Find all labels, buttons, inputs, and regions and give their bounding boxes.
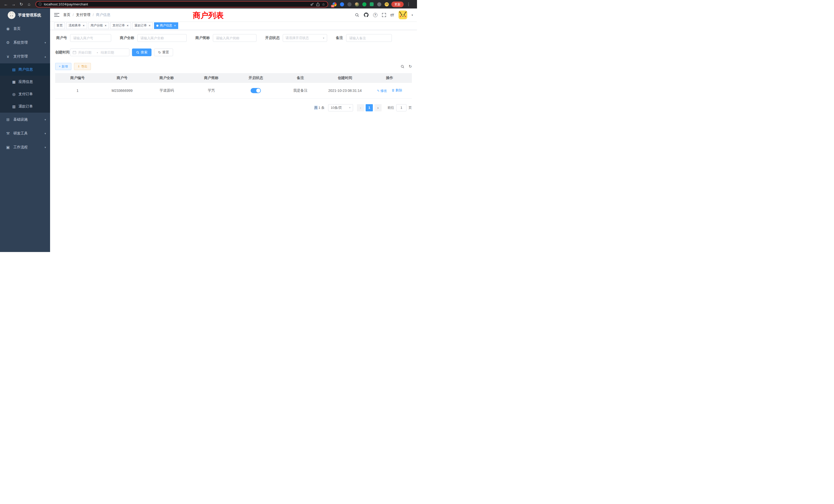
extension-dark-glyph bbox=[347, 2, 352, 6]
extension-avatar-icon[interactable] bbox=[353, 1, 360, 8]
extension-gray-glyph bbox=[377, 2, 381, 6]
chevron-up-icon: ▴ bbox=[44, 55, 46, 58]
extension-green-circle-icon[interactable] bbox=[360, 1, 368, 8]
extension-colorful-icon[interactable]: 10 bbox=[331, 1, 338, 8]
font-size-icon[interactable]: tT bbox=[391, 13, 394, 17]
caret-down-icon[interactable]: ▾ bbox=[412, 14, 413, 17]
pencil-icon: ✎ bbox=[377, 89, 379, 93]
breadcrumb-payment[interactable]: 支付管理 bbox=[76, 13, 90, 17]
remark-input[interactable] bbox=[346, 34, 392, 42]
extension-green-square-glyph bbox=[370, 2, 374, 6]
sidebar-item-refund-order[interactable]: ▥ 退款订单 bbox=[0, 100, 50, 113]
sidebar-item-merchant-info[interactable]: ▤ 商户信息 bbox=[0, 63, 50, 76]
prev-page-button[interactable]: ‹ bbox=[357, 104, 364, 111]
share-icon[interactable] bbox=[316, 2, 320, 6]
home-icon[interactable]: ⌂ bbox=[25, 2, 33, 7]
page-size-select[interactable]: 10条/页 ▾ bbox=[328, 104, 353, 111]
forward-icon[interactable]: → bbox=[10, 2, 18, 7]
page-number-1[interactable]: 1 bbox=[366, 104, 373, 111]
create-time-range-picker[interactable]: - bbox=[70, 48, 129, 56]
extension-yellow-face-icon[interactable] bbox=[383, 1, 390, 8]
extension-yellow-glyph bbox=[385, 2, 389, 6]
hamburger-icon[interactable] bbox=[54, 13, 59, 17]
short-name-input[interactable] bbox=[213, 34, 257, 42]
sidebar-item-system[interactable]: ⚙ 系统管理 ▾ bbox=[0, 36, 50, 49]
col-full-name: 商户全称 bbox=[144, 73, 189, 83]
refresh-table-icon[interactable]: ↻ bbox=[409, 64, 412, 69]
col-actions: 操作 bbox=[367, 73, 412, 83]
table-header-row: 商户编号 商户号 商户全称 商户简称 开启状态 备注 创建时间 操作 bbox=[55, 73, 412, 83]
add-button[interactable]: + 新增 bbox=[55, 63, 71, 70]
edit-link[interactable]: ✎ 修改 bbox=[377, 89, 387, 93]
tags-view-bar: 首页 流程表单 × 用户分组 × 支付订单 × 退款订单 × 商户信息 × bbox=[50, 21, 417, 30]
browser-update-button[interactable]: 更新 bbox=[391, 2, 404, 7]
search-button[interactable]: 搜索 bbox=[132, 48, 152, 56]
tab-merchant-info[interactable]: 商户信息 × bbox=[154, 22, 178, 29]
search-icon[interactable] bbox=[355, 13, 359, 17]
app-logo[interactable]: 芋道管理系统 bbox=[0, 8, 50, 22]
card-icon: ▤ bbox=[12, 68, 16, 72]
help-icon[interactable]: ? bbox=[373, 13, 377, 17]
tab-pay-order[interactable]: 支付订单 × bbox=[110, 22, 131, 29]
tab-process-form[interactable]: 流程表单 × bbox=[66, 22, 87, 29]
refresh-icon: ↻ bbox=[158, 51, 161, 54]
delete-link[interactable]: 删除 bbox=[392, 88, 402, 93]
url-text: localhost:1024/pay/merchant bbox=[44, 2, 88, 6]
cell-actions: ✎ 修改 删除 bbox=[367, 83, 412, 98]
sidebar-item-refund-order-label: 退款订单 bbox=[19, 104, 33, 109]
close-icon[interactable]: × bbox=[174, 24, 176, 27]
export-button[interactable]: ⇩ 导出 bbox=[74, 63, 91, 70]
close-icon[interactable]: × bbox=[149, 24, 151, 27]
chevron-down-icon: ▾ bbox=[44, 132, 46, 135]
briefcase-icon: ▣ bbox=[6, 145, 10, 150]
date-range-separator: - bbox=[96, 50, 99, 54]
sidebar-item-devtools[interactable]: ⚒ 研发工具 ▾ bbox=[0, 127, 50, 140]
sidebar-item-infrastructure[interactable]: ⊞ 基础设施 ▾ bbox=[0, 113, 50, 127]
sidebar-item-home[interactable]: ◉ 首页 bbox=[0, 22, 50, 36]
monitor-icon: ⊞ bbox=[6, 117, 10, 122]
back-icon[interactable]: ← bbox=[2, 2, 10, 7]
sidebar-item-app-info[interactable]: ▦ 应用信息 bbox=[0, 76, 50, 88]
chevron-down-icon: ▾ bbox=[349, 106, 351, 109]
full-name-input[interactable] bbox=[137, 34, 187, 42]
sidebar-item-app-label: 应用信息 bbox=[19, 79, 33, 84]
sidebar-item-payment[interactable]: ¥ 支付管理 ▴ bbox=[0, 49, 50, 63]
reload-icon[interactable]: ↻ bbox=[18, 2, 25, 7]
next-page-button[interactable]: › bbox=[374, 104, 381, 111]
show-search-icon[interactable] bbox=[400, 65, 404, 69]
extension-dark-circle-icon[interactable] bbox=[346, 1, 353, 8]
sidebar-item-devtools-label: 研发工具 bbox=[13, 131, 41, 136]
app-title: 芋道管理系统 bbox=[18, 13, 41, 18]
fullscreen-icon[interactable] bbox=[382, 13, 386, 17]
close-icon[interactable]: × bbox=[127, 24, 129, 27]
bookmark-star-icon[interactable]: ☆ bbox=[322, 2, 325, 6]
sidebar-item-workflow[interactable]: ▣ 工作流程 ▾ bbox=[0, 140, 50, 154]
sidebar-item-pay-order[interactable]: ◎ 支付订单 bbox=[0, 88, 50, 100]
github-icon[interactable] bbox=[364, 12, 369, 18]
merchant-no-input[interactable] bbox=[70, 34, 111, 42]
url-bar[interactable]: ⓘ localhost:1024/pay/merchant ☆ bbox=[36, 1, 328, 7]
end-date-input[interactable] bbox=[100, 50, 117, 55]
tab-refund-order[interactable]: 退款订单 × bbox=[132, 22, 153, 29]
start-date-input[interactable] bbox=[78, 50, 94, 55]
goto-page-input[interactable] bbox=[396, 104, 407, 111]
password-key-icon[interactable] bbox=[310, 2, 314, 6]
sidebar-item-merchant-label: 商户信息 bbox=[19, 67, 33, 72]
extension-gray-pin-icon[interactable] bbox=[375, 1, 383, 8]
site-info-icon[interactable]: ⓘ bbox=[39, 2, 42, 7]
status-toggle[interactable] bbox=[250, 88, 261, 93]
tab-user-group[interactable]: 用户分组 × bbox=[88, 22, 109, 29]
status-select[interactable]: 请选择开启状态 ▾ bbox=[283, 34, 327, 42]
browser-menu-icon[interactable]: ⋮ bbox=[405, 2, 412, 7]
close-icon[interactable]: × bbox=[105, 24, 107, 27]
close-icon[interactable]: × bbox=[83, 24, 85, 27]
extension-green-square-icon[interactable] bbox=[368, 1, 375, 8]
tab-home[interactable]: 首页 bbox=[54, 22, 65, 29]
user-avatar[interactable] bbox=[398, 10, 407, 19]
tab-merchant-info-label: 商户信息 bbox=[160, 23, 172, 28]
reset-button[interactable]: ↻ 重置 bbox=[154, 48, 173, 56]
extension-blue-glyph bbox=[340, 2, 344, 6]
breadcrumb-home[interactable]: 首页 bbox=[63, 13, 70, 17]
extension-blue-drop-icon[interactable] bbox=[338, 1, 346, 8]
cell-status bbox=[234, 83, 278, 98]
